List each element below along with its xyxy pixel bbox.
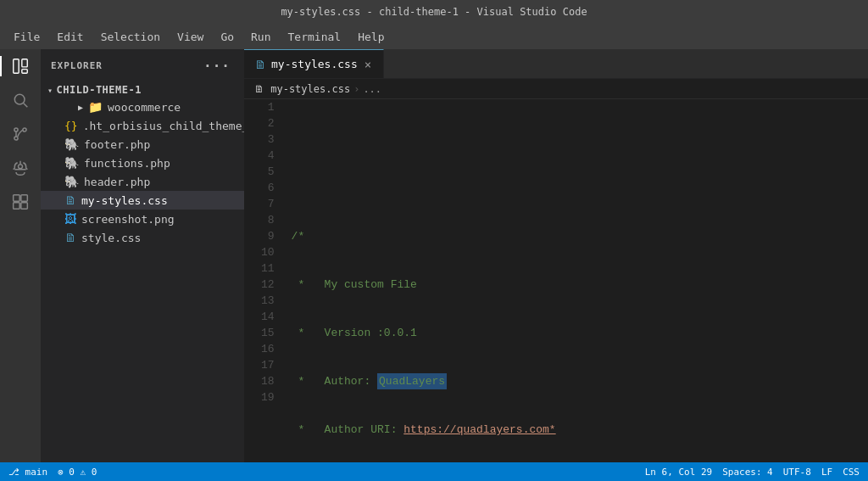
sidebar-item-style-css[interactable]: 🗎 style.css xyxy=(41,228,244,247)
sidebar: Explorer ··· ▾ CHILD-THEME-1 ▶ 📁 woocomm… xyxy=(41,49,244,462)
tab-label: my-styles.css xyxy=(271,58,358,70)
status-branch[interactable]: ⎇ main xyxy=(8,467,47,478)
svg-point-8 xyxy=(19,165,23,169)
sidebar-item-label: .ht_orbisius_child_theme_creator.json xyxy=(83,120,244,132)
php-icon: 🐘 xyxy=(64,175,79,188)
sidebar-item-label: header.php xyxy=(84,176,150,188)
sidebar-item-footer-php[interactable]: 🐘 footer.php xyxy=(41,135,244,154)
debug-activity-icon[interactable] xyxy=(10,158,31,178)
sidebar-more-button[interactable]: ··· xyxy=(200,56,234,76)
explorer-activity-icon[interactable] xyxy=(10,56,31,76)
sidebar-item-woocommerce[interactable]: ▶ 📁 woocommerce xyxy=(41,98,244,116)
tab-css-icon: 🗎 xyxy=(254,58,266,71)
php-footer-icon: 🐘 xyxy=(64,137,79,151)
sidebar-content: ▾ CHILD-THEME-1 ▶ 📁 woocommerce {} .ht_o… xyxy=(41,82,244,462)
code-content: /* * My custom File * Version :0.0.1 * A… xyxy=(285,99,868,462)
code-line-7: * Author URI: https://quadlayers.com* xyxy=(292,422,868,438)
sidebar-item-header-php[interactable]: 🐘 header.php xyxy=(41,172,244,191)
project-name: CHILD-THEME-1 xyxy=(57,84,142,96)
code-line-5: * Version :0.0.1 xyxy=(292,325,868,341)
svg-point-3 xyxy=(14,94,25,104)
svg-point-6 xyxy=(23,128,26,131)
activity-bar xyxy=(0,49,41,462)
svg-line-4 xyxy=(24,103,28,108)
css-icon: 🗎 xyxy=(64,193,76,207)
sidebar-item-my-styles-css[interactable]: 🗎 my-styles.css xyxy=(41,191,244,210)
menu-selection[interactable]: Selection xyxy=(94,27,167,47)
svg-rect-0 xyxy=(14,59,19,74)
title-text: my-styles.css - child-theme-1 - Visual S… xyxy=(281,6,587,18)
sidebar-item-functions-php[interactable]: 🐘 functions.php xyxy=(41,154,244,172)
extensions-activity-icon[interactable] xyxy=(10,192,31,212)
sidebar-item-ht-orbisius[interactable]: {} .ht_orbisius_child_theme_creator.json xyxy=(41,116,244,135)
folder-icon: 📁 xyxy=(88,100,103,114)
tabs-bar: 🗎 my-styles.css × xyxy=(244,49,868,79)
tree-arrow-icon: ▾ xyxy=(47,86,53,95)
search-activity-icon[interactable] xyxy=(10,90,31,110)
tab-my-styles-css[interactable]: 🗎 my-styles.css × xyxy=(244,49,384,78)
sidebar-item-label: my-styles.css xyxy=(81,194,168,207)
menu-run[interactable]: Run xyxy=(244,27,277,47)
status-language[interactable]: CSS xyxy=(843,467,860,478)
php-icon: 🐘 xyxy=(64,156,79,170)
project-tree-header[interactable]: ▾ CHILD-THEME-1 xyxy=(41,82,244,98)
code-line-3: /* xyxy=(292,228,868,244)
svg-rect-11 xyxy=(14,203,20,210)
sidebar-item-label: style.css xyxy=(81,232,141,244)
svg-rect-9 xyxy=(14,195,20,202)
status-bar: ⎇ main ⊗ 0 ⚠ 0 Ln 6, Col 29 Spaces: 4 UT… xyxy=(0,462,868,481)
menu-help[interactable]: Help xyxy=(351,27,391,47)
line-numbers: 12345 678910 1112131415 16171819 xyxy=(244,99,285,462)
code-line-1 xyxy=(292,131,868,148)
status-line-col[interactable]: Ln 6, Col 29 xyxy=(645,467,712,478)
breadcrumb-file: 🗎 my-styles.css xyxy=(254,83,350,95)
sidebar-item-screenshot-png[interactable]: 🖼 screenshot.png xyxy=(41,210,244,228)
svg-rect-12 xyxy=(21,203,28,210)
png-icon: 🖼 xyxy=(64,212,76,226)
breadcrumb-separator: › xyxy=(353,83,359,95)
status-bar-right: Ln 6, Col 29 Spaces: 4 UTF-8 LF CSS xyxy=(645,467,860,478)
status-spaces[interactable]: Spaces: 4 xyxy=(722,467,773,478)
sidebar-item-label: functions.php xyxy=(84,157,170,170)
json-icon: {} xyxy=(64,120,78,132)
code-line-4: * My custom File xyxy=(292,277,868,293)
menu-file[interactable]: File xyxy=(7,27,47,47)
status-encoding[interactable]: UTF-8 xyxy=(783,467,811,478)
code-line-2 xyxy=(292,180,868,196)
css-icon-2: 🗎 xyxy=(64,231,76,244)
svg-point-7 xyxy=(14,137,18,140)
menu-terminal[interactable]: Terminal xyxy=(281,27,348,47)
tab-close-button[interactable]: × xyxy=(363,56,373,73)
sidebar-item-label: screenshot.png xyxy=(81,213,175,226)
breadcrumb-section: ... xyxy=(363,83,381,95)
sidebar-item-label: woocommerce xyxy=(108,101,181,114)
svg-rect-2 xyxy=(22,70,27,74)
menu-view[interactable]: View xyxy=(170,27,210,47)
code-editor[interactable]: 12345 678910 1112131415 16171819 /* * My… xyxy=(244,99,868,462)
editor-area: 🗎 my-styles.css × 🗎 my-styles.css › ... … xyxy=(244,49,868,462)
main-layout: Explorer ··· ▾ CHILD-THEME-1 ▶ 📁 woocomm… xyxy=(0,49,868,462)
breadcrumb: 🗎 my-styles.css › ... xyxy=(244,79,868,99)
title-bar: my-styles.css - child-theme-1 - Visual S… xyxy=(0,0,868,24)
sidebar-header: Explorer ··· xyxy=(41,49,244,82)
menu-edit[interactable]: Edit xyxy=(50,27,90,47)
svg-point-5 xyxy=(14,128,18,131)
folder-arrow-icon: ▶ xyxy=(78,103,83,112)
source-control-activity-icon[interactable] xyxy=(10,124,31,144)
sidebar-title: Explorer xyxy=(51,60,103,71)
svg-rect-1 xyxy=(22,59,27,67)
code-line-6: * Author: QuadLayers xyxy=(292,373,868,389)
svg-rect-10 xyxy=(21,195,28,202)
sidebar-item-label: footer.php xyxy=(84,138,150,151)
status-line-ending[interactable]: LF xyxy=(821,467,832,478)
menu-go[interactable]: Go xyxy=(214,27,241,47)
status-errors[interactable]: ⊗ 0 ⚠ 0 xyxy=(58,467,97,478)
menu-bar: File Edit Selection View Go Run Terminal… xyxy=(0,24,868,49)
